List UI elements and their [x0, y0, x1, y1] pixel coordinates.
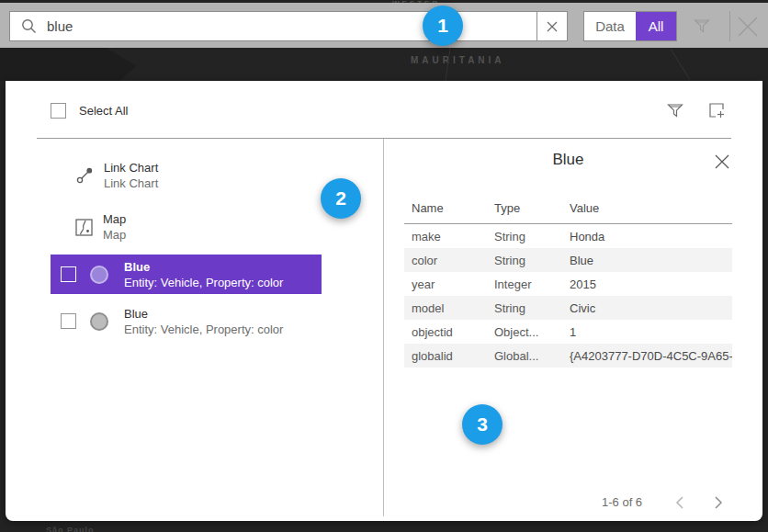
result-checkbox[interactable] [61, 266, 76, 282]
map-label-mauritania: MAURITANIA [411, 55, 505, 65]
table-row: makeStringHonda [404, 224, 732, 249]
add-to-selection-button[interactable] [707, 100, 728, 120]
scope-toggle: Data All [583, 11, 677, 41]
toolbar-filter-button[interactable] [693, 16, 713, 36]
panel-filter-button[interactable] [666, 100, 686, 120]
add-to-selection-icon [707, 101, 726, 119]
result-title: Map [103, 211, 126, 227]
annotation-badge-2: 2 [321, 178, 361, 219]
result-checkbox[interactable] [61, 313, 76, 329]
result-subtitle: Entity: Vehicle, Property: color [124, 322, 283, 337]
pagination-label: 1-6 of 6 [602, 495, 642, 509]
link-chart-icon [75, 166, 94, 185]
map-ocean-shape [0, 48, 136, 81]
result-title: Link Chart [104, 160, 158, 175]
close-x-icon [714, 153, 730, 170]
annotation-badge-1: 1 [423, 6, 463, 46]
search-icon [10, 12, 47, 40]
column-header-name: Name [404, 197, 487, 224]
table-row: globalidGlobal...{A4203777-D70D-4C5C-9A6… [404, 344, 732, 368]
search-results-panel: Select All Link Chart Link Chart Map Map… [6, 81, 762, 521]
panel-header-divider [37, 138, 731, 139]
result-subtitle: Entity: Vehicle, Property: color [124, 275, 283, 290]
pagination-prev-button[interactable] [672, 492, 692, 513]
search-overlay-screen: { "toolbar": { "search_value": "blue", "… [0, 0, 768, 532]
scope-option-data[interactable]: Data [584, 12, 636, 40]
chevron-left-icon [672, 493, 690, 512]
select-all-control[interactable]: Select All [51, 103, 128, 119]
filter-funnel-icon [666, 101, 684, 119]
entity-circle-icon [90, 266, 108, 284]
table-row: modelStringCivic [404, 296, 732, 320]
result-subtitle: Map [103, 227, 126, 243]
chevron-right-icon [708, 493, 727, 512]
detail-close-button[interactable] [714, 153, 732, 171]
result-subtitle: Link Chart [104, 175, 158, 191]
table-row: objectidObject...1 [404, 320, 732, 344]
result-item-blue[interactable]: Blue Entity: Vehicle, Property: color [51, 301, 322, 341]
attributes-table: Name Type Value makeStringHonda colorStr… [404, 197, 732, 368]
result-item-link-chart[interactable]: Link Chart Link Chart [75, 160, 158, 191]
result-title: Blue [124, 306, 283, 322]
close-x-icon [737, 16, 759, 38]
detail-title: Blue [404, 151, 732, 169]
column-header-type: Type [487, 197, 562, 224]
pagination-next-button[interactable] [708, 492, 728, 513]
select-all-checkbox[interactable] [51, 103, 66, 119]
column-header-value: Value [562, 197, 732, 224]
search-toolbar: Data All [0, 3, 768, 48]
table-row: yearInteger2015 [404, 272, 732, 296]
search-box [9, 11, 568, 41]
result-title: Blue [124, 259, 283, 275]
select-all-label: Select All [79, 104, 128, 118]
pagination: 1-6 of 6 [404, 492, 732, 513]
result-item-blue-selected[interactable]: Blue Entity: Vehicle, Property: color [51, 255, 322, 294]
map-border-line [670, 49, 690, 80]
entity-circle-icon [90, 312, 108, 331]
filter-funnel-icon [693, 17, 711, 35]
annotation-badge-3: 3 [462, 404, 503, 445]
result-item-map[interactable]: Map Map [75, 211, 126, 243]
map-label-bottom: São Paulo [46, 526, 95, 532]
toolbar-divider [729, 11, 730, 41]
table-row: colorStringBlue [404, 248, 732, 272]
map-icon [75, 219, 93, 236]
clear-x-icon [547, 21, 558, 32]
scope-option-all[interactable]: All [636, 12, 676, 40]
column-divider [383, 139, 384, 516]
clear-search-button[interactable] [536, 12, 567, 40]
toolbar-close-button[interactable] [737, 15, 761, 39]
table-header-row: Name Type Value [404, 197, 732, 224]
search-input[interactable] [47, 12, 536, 40]
